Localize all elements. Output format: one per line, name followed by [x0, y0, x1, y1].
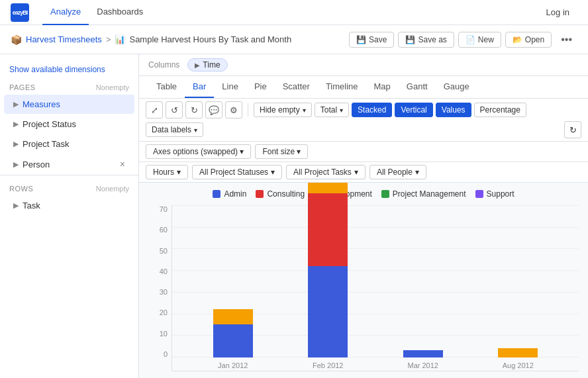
chart-icon: 📊 — [115, 34, 125, 44]
y-axis: 70 60 50 40 30 20 10 0 — [148, 205, 172, 371]
legend-consulting-label: Consulting — [267, 189, 305, 199]
person-close-icon[interactable]: × — [120, 159, 125, 169]
project-statuses-filter[interactable]: All Project Statuses ▾ — [192, 165, 282, 179]
tab-bar[interactable]: Bar — [185, 76, 214, 98]
font-size-select[interactable]: Font size ▾ — [255, 144, 308, 159]
people-filter[interactable]: All People ▾ — [369, 165, 426, 179]
content-area: Columns ▶ Time Table Bar Line Pie Scatte… — [139, 54, 588, 378]
legend-support: Support — [475, 189, 514, 199]
harvest-icon: 📦 — [11, 34, 22, 45]
save-as-button[interactable]: 💾 Save as — [398, 32, 454, 48]
top-nav: eazyBI Analyze Dashboards Log in — [0, 0, 588, 25]
hide-empty-select[interactable]: Hide empty ▾ — [254, 103, 312, 117]
legend-admin-label: Admin — [224, 189, 246, 199]
bar-admin-jan2012 — [213, 324, 253, 357]
stacked-btn[interactable]: Stacked — [352, 103, 392, 117]
bar-admin-mar2012 — [403, 350, 443, 357]
sidebar-item-task[interactable]: ▶ Task — [4, 196, 134, 215]
data-labels-chevron: ▾ — [194, 126, 197, 134]
login-button[interactable]: Log in — [538, 4, 577, 21]
sidebar-item-person[interactable]: ▶ Person × — [4, 154, 134, 174]
open-button[interactable]: 📂 Open — [505, 32, 552, 48]
chart-legend: Admin Consulting Development Project Man… — [148, 189, 579, 199]
save-button[interactable]: 💾 Save — [349, 32, 394, 48]
legend-admin: Admin — [213, 189, 246, 199]
nav-dashboards[interactable]: Dashboards — [89, 0, 151, 25]
stacked-bar-aug2012 — [498, 348, 538, 357]
main-layout: Show available dimensions Pages Nonempty… — [0, 54, 588, 378]
chart-area: Admin Consulting Development Project Man… — [139, 183, 588, 378]
sidebar-item-measures[interactable]: ▶ Measures — [4, 95, 134, 114]
filter-row-axes: Axes options (swapped) ▾ Font size ▾ — [139, 142, 588, 162]
chart-plot: Jan 2012 Feb 2012 — [172, 205, 579, 371]
bar-group-mar2012: Mar 2012 — [403, 350, 443, 357]
tab-scatter[interactable]: Scatter — [275, 76, 318, 98]
redo-icon-btn[interactable]: ↻ — [185, 101, 203, 118]
total-chevron: ▾ — [340, 107, 343, 114]
more-button[interactable]: ••• — [556, 31, 577, 48]
bar-admin-feb2012 — [308, 266, 348, 357]
show-dimensions-link[interactable]: Show available dimensions — [0, 61, 138, 78]
project-status-arrow: ▶ — [13, 120, 19, 128]
time-pill-arrow: ▶ — [195, 62, 200, 69]
axes-options-select[interactable]: Axes options (swapped) ▾ — [146, 144, 251, 159]
percentage-btn[interactable]: Percentage — [474, 103, 526, 117]
project-task-arrow: ▶ — [13, 140, 19, 148]
tab-pie[interactable]: Pie — [246, 76, 275, 98]
tab-gantt[interactable]: Gantt — [399, 76, 436, 98]
breadcrumb-bar: 📦 Harvest Timesheets > 📊 Sample Harvest … — [0, 25, 588, 54]
sidebar-item-project-task[interactable]: ▶ Project Task — [4, 134, 134, 154]
new-button[interactable]: 📄 New — [458, 32, 501, 48]
tab-timeline[interactable]: Timeline — [318, 76, 366, 98]
bar-dev-jan2012 — [213, 309, 253, 324]
toolbar-separator-1 — [248, 103, 248, 117]
bar-label-feb2012: Feb 2012 — [313, 361, 343, 369]
logo-box: eazyBI — [11, 3, 29, 22]
undo-icon-btn[interactable]: ↺ — [166, 101, 183, 118]
bar-dev-aug2012 — [498, 348, 538, 357]
vertical-btn[interactable]: Vertical — [395, 103, 432, 117]
legend-project-management: Project Management — [381, 189, 466, 199]
bar-consulting-feb2012 — [308, 193, 348, 266]
pages-section-header: Pages Nonempty — [0, 78, 138, 94]
stacked-bar-mar2012 — [403, 350, 443, 357]
chart-body: 70 60 50 40 30 20 10 0 — [148, 205, 579, 371]
save-icon: 💾 — [356, 35, 366, 44]
breadcrumb-separator: > — [106, 34, 111, 44]
expand-icon-btn[interactable]: ⤢ — [146, 101, 163, 118]
project-tasks-filter[interactable]: All Project Tasks ▾ — [286, 165, 366, 179]
bar-group-aug2012: Aug 2012 — [498, 348, 538, 357]
settings-icon-btn[interactable]: ⚙ — [225, 101, 242, 118]
legend-pm-label: Project Management — [393, 189, 466, 199]
filter-pills-row: Hours ▾ All Project Statuses ▾ All Proje… — [139, 162, 588, 183]
time-pill[interactable]: ▶ Time — [187, 58, 227, 71]
legend-pm-dot — [381, 190, 389, 198]
nav-analyze[interactable]: Analyze — [42, 0, 89, 25]
sidebar-item-project-status[interactable]: ▶ Project Status — [4, 115, 134, 134]
save-as-icon: 💾 — [405, 35, 415, 44]
total-select[interactable]: Total ▾ — [315, 103, 349, 117]
tab-map[interactable]: Map — [366, 76, 399, 98]
legend-support-dot — [475, 190, 483, 198]
refresh-icon-btn[interactable]: ↻ — [564, 121, 581, 138]
columns-label: Columns — [148, 60, 179, 70]
tab-line[interactable]: Line — [214, 76, 246, 98]
bars-container: Jan 2012 Feb 2012 — [172, 205, 579, 371]
logo: eazyBI — [11, 3, 29, 22]
task-arrow: ▶ — [13, 201, 19, 210]
legend-admin-dot — [213, 190, 220, 198]
data-labels-select[interactable]: Data labels ▾ — [146, 122, 203, 137]
stacked-bar-jan2012 — [213, 309, 253, 357]
comment-icon-btn[interactable]: 💬 — [205, 101, 222, 118]
columns-row: Columns ▶ Time — [139, 54, 588, 76]
bar-group-feb2012: Feb 2012 — [308, 183, 348, 357]
bar-label-aug2012: Aug 2012 — [503, 361, 534, 369]
bar-label-jan2012: Jan 2012 — [218, 361, 248, 369]
values-btn[interactable]: Values — [436, 103, 471, 117]
tab-table[interactable]: Table — [148, 76, 185, 98]
breadcrumb-app[interactable]: Harvest Timesheets — [26, 34, 102, 44]
rows-section: Rows Nonempty ▶ Task — [0, 175, 138, 220]
hours-filter[interactable]: Hours ▾ — [146, 165, 188, 179]
tab-gauge[interactable]: Gauge — [436, 76, 477, 98]
legend-consulting-dot — [256, 190, 264, 198]
